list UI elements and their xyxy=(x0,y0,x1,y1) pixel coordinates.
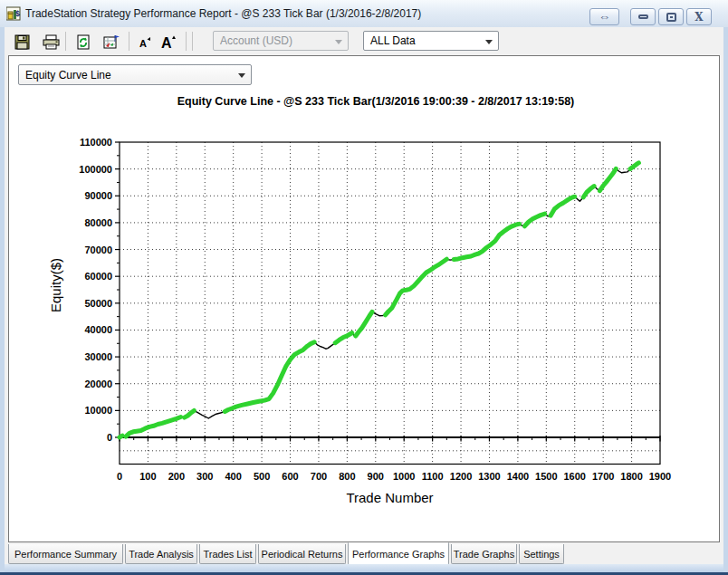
font-increase-icon: A xyxy=(159,34,177,50)
toolbar-separator xyxy=(192,32,193,51)
tradestation-report-window: $ TradeStation Strategy Performance Repo… xyxy=(0,0,728,575)
app-icon: $ xyxy=(6,6,21,21)
window-border-left xyxy=(0,27,5,575)
x-tick-label: 200 xyxy=(168,471,185,482)
y-tick-label: 90000 xyxy=(84,190,112,201)
print-button[interactable] xyxy=(40,31,62,53)
svg-text:A: A xyxy=(139,38,147,49)
y-tick-label: 40000 xyxy=(84,324,112,335)
refresh-icon xyxy=(76,34,91,50)
tab-performance-graphs[interactable]: Performance Graphs xyxy=(348,542,449,565)
tab-performance-summary[interactable]: Performance Summary xyxy=(8,544,123,564)
window-title: TradeStation Strategy Performance Report… xyxy=(25,0,421,27)
font-decrease-button[interactable]: A xyxy=(134,31,156,53)
tab-trade-graphs[interactable]: Trade Graphs xyxy=(451,544,517,564)
data-range-combo[interactable]: ALL Data xyxy=(363,31,499,51)
minimize-icon xyxy=(638,14,648,19)
equity-curve-chart: 0100200300400500600700800900100011001200… xyxy=(9,56,719,541)
window-border-bottom xyxy=(0,564,728,572)
y-tick-label: 60000 xyxy=(84,271,112,282)
toolbar: A A Account (USD) ALL Data xyxy=(5,27,723,55)
toolbar-separator xyxy=(65,32,66,51)
data-range-combo-value: ALL Data xyxy=(370,34,416,47)
x-tick-label: 400 xyxy=(225,471,242,482)
chevron-down-icon xyxy=(335,40,342,44)
x-tick-label: 100 xyxy=(139,471,156,482)
x-tick-label: 1100 xyxy=(422,471,444,482)
close-button[interactable]: X xyxy=(686,8,712,25)
chevron-down-icon xyxy=(485,40,493,44)
tab-trades-list[interactable]: Trades List xyxy=(199,544,256,564)
x-tick-label: 800 xyxy=(339,471,355,482)
equity-curve-newhigh-segment xyxy=(120,436,122,437)
window-border-right xyxy=(723,27,728,575)
x-tick-label: 1000 xyxy=(393,471,415,482)
y-tick-label: 100000 xyxy=(79,164,112,175)
y-axis-title: Equity($) xyxy=(48,258,63,312)
y-tick-label: 80000 xyxy=(84,217,112,228)
y-tick-label: 50000 xyxy=(84,298,112,309)
save-icon xyxy=(14,34,30,50)
x-axis-title: Trade Number xyxy=(346,490,433,505)
account-combo-value: Account (USD) xyxy=(220,34,292,47)
toolbar-separator xyxy=(186,32,187,51)
tab-trade-analysis[interactable]: Trade Analysis xyxy=(125,544,197,564)
toolbar-separator xyxy=(129,32,129,51)
svg-text:A: A xyxy=(161,35,172,50)
tab-periodical-returns[interactable]: Periodical Returns xyxy=(258,544,346,564)
y-tick-label: 30000 xyxy=(84,351,112,362)
format-report-button[interactable] xyxy=(101,31,122,53)
dock-button[interactable]: ⇔ xyxy=(589,8,619,25)
x-tick-label: 1400 xyxy=(507,471,529,482)
y-tick-label: 110000 xyxy=(80,137,112,148)
y-tick-label: 0 xyxy=(107,432,112,443)
x-tick-label: 600 xyxy=(282,471,298,482)
x-tick-label: 1900 xyxy=(649,471,671,482)
tab-settings[interactable]: Settings xyxy=(519,544,564,564)
report-tab-bar: Performance Summary Trade Analysis Trade… xyxy=(8,542,566,566)
format-report-icon xyxy=(103,34,120,50)
x-tick-label: 1600 xyxy=(563,471,585,482)
x-tick-label: 300 xyxy=(196,471,213,482)
font-decrease-icon: A xyxy=(137,34,153,50)
y-tick-label: 70000 xyxy=(84,244,112,255)
account-combo[interactable]: Account (USD) xyxy=(213,31,349,51)
title-bar[interactable]: $ TradeStation Strategy Performance Repo… xyxy=(0,0,728,28)
minimize-button[interactable] xyxy=(630,8,656,25)
report-content: Equity Curve Line 0100200300400500600700… xyxy=(8,55,720,542)
svg-text:$: $ xyxy=(15,9,20,18)
restore-icon xyxy=(666,13,676,22)
plot-background xyxy=(120,142,660,465)
y-tick-label: 20000 xyxy=(84,379,112,389)
x-tick-label: 1800 xyxy=(620,471,642,482)
font-increase-button[interactable]: A xyxy=(158,31,179,53)
x-tick-label: 0 xyxy=(117,471,122,482)
x-tick-label: 700 xyxy=(311,471,327,482)
x-tick-label: 1200 xyxy=(450,471,472,482)
chart-title: Equity Curve Line - @S 233 Tick Bar(1/3/… xyxy=(177,95,575,108)
x-tick-label: 1300 xyxy=(478,471,500,482)
refresh-button[interactable] xyxy=(72,31,94,53)
save-button[interactable] xyxy=(11,31,33,53)
x-tick-label: 500 xyxy=(254,471,270,482)
restore-button[interactable] xyxy=(658,8,684,25)
print-icon xyxy=(43,34,60,50)
x-tick-label: 1500 xyxy=(535,471,557,482)
y-tick-label: 10000 xyxy=(84,405,112,416)
x-tick-label: 900 xyxy=(368,471,384,482)
x-tick-label: 1700 xyxy=(592,471,614,482)
